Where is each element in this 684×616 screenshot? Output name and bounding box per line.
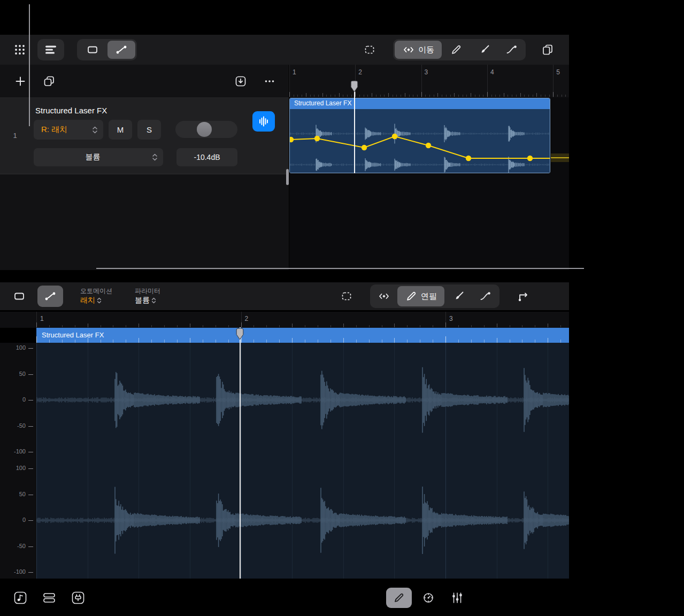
view-grid-button[interactable] [9, 39, 31, 60]
playhead-handle[interactable] [350, 80, 358, 93]
automation-point[interactable] [314, 136, 320, 141]
parameter-popup[interactable]: 파라미터 볼륨 [135, 287, 186, 307]
draw-mode-button[interactable] [386, 588, 412, 608]
top-region-header[interactable]: Structured Laser FX [290, 98, 550, 109]
ellipsis-icon [263, 75, 276, 88]
editor-region-name: Structured Laser FX [42, 331, 104, 339]
y-axis-label: 0 [4, 396, 26, 403]
ruler-tick [491, 95, 492, 97]
marquee-tool-button[interactable] [357, 39, 382, 60]
region-header-tick [343, 338, 344, 343]
track-waveform-toggle-button[interactable] [252, 111, 275, 132]
add-track-button[interactable] [11, 73, 30, 90]
y-axis-tick [28, 374, 33, 375]
y-axis-tick [28, 546, 33, 547]
ruler-tick [548, 324, 548, 327]
volume-slider-knob[interactable] [197, 122, 212, 137]
tuning-dial-button[interactable] [416, 588, 441, 608]
automation-overflow-line [551, 157, 569, 158]
copy-paste-button[interactable] [535, 39, 560, 60]
ruler-tick [343, 324, 344, 327]
editor-ruler[interactable]: 123 [0, 312, 569, 328]
pencil-icon [405, 290, 418, 303]
plugins-button[interactable] [67, 588, 89, 608]
ruler-tick [553, 92, 554, 97]
ruler-tick [475, 95, 475, 97]
editor-region-header[interactable]: Structured Laser FX [36, 328, 569, 343]
solo-button[interactable]: S [137, 120, 161, 140]
ruler-tick [139, 324, 139, 327]
editor-playhead-line[interactable] [240, 327, 241, 579]
automation-curve[interactable] [290, 109, 550, 173]
editor-playhead-handle[interactable] [236, 328, 244, 340]
brush-tool-button[interactable] [470, 41, 498, 59]
editor-brush-tool-button[interactable] [445, 286, 472, 306]
top-region[interactable]: Structured Laser FX [289, 98, 550, 173]
ruler-tick [520, 93, 521, 97]
top-ruler[interactable]: 12345 [289, 65, 569, 97]
parameter-select[interactable]: 볼륨 [34, 148, 163, 166]
playhead-line[interactable] [354, 81, 355, 173]
ruler-tick [541, 95, 541, 97]
volume-slider[interactable] [175, 121, 237, 138]
ruler-tick [433, 325, 433, 327]
ruler-tick [294, 95, 294, 97]
automation-point[interactable] [392, 134, 397, 139]
duplicate-track-button[interactable] [40, 73, 59, 90]
automation-point[interactable] [290, 137, 294, 142]
top-region-body [290, 109, 550, 173]
ruler-tick [331, 95, 331, 97]
ruler-tick [413, 95, 413, 97]
automation-mode-button[interactable]: R: 래치 [34, 120, 103, 140]
automation-points[interactable] [290, 134, 533, 161]
more-options-button[interactable] [260, 73, 279, 90]
db-value: -10.4dB [194, 153, 220, 161]
mixer-sliders-icon [450, 591, 464, 605]
ruler-tick [203, 325, 203, 327]
ruler-tick [450, 95, 451, 97]
song-sections-button[interactable] [10, 588, 31, 608]
editor-pencil-tool-button[interactable]: 연필 [397, 286, 444, 306]
automation-mode-caption: 오토메이션 [80, 287, 112, 296]
pencil-tool-button[interactable] [442, 41, 470, 59]
automation-mode-popup[interactable]: 오토메이션 래치 [80, 287, 131, 307]
editor-curve-tool-button[interactable] [472, 286, 498, 306]
automation-point[interactable] [362, 145, 367, 150]
automation-point[interactable] [527, 156, 533, 161]
editor-marquee-tool-button[interactable] [335, 285, 358, 307]
automation-point[interactable] [466, 156, 471, 161]
ruler-tick [504, 93, 504, 97]
cells-view-button[interactable] [39, 588, 60, 608]
brush-icon [452, 290, 465, 303]
regions-view-button[interactable] [79, 41, 106, 59]
automation-view-button[interactable] [107, 41, 135, 59]
ruler-tick [454, 93, 455, 97]
move-tool-button[interactable]: 이동 [395, 41, 442, 59]
curve-tool-button[interactable] [498, 41, 524, 59]
y-axis-label: 100 [4, 344, 26, 351]
automation-point[interactable] [426, 143, 431, 148]
mixer-button[interactable] [445, 588, 470, 608]
editor-regions-view-button[interactable] [7, 285, 31, 307]
editor-automation-view-button[interactable] [37, 286, 63, 307]
ruler-tick [524, 95, 525, 97]
mute-button[interactable]: M [109, 120, 132, 140]
automation-curve-icon [44, 290, 57, 303]
ruler-tick [420, 325, 420, 327]
region-header-tick [292, 338, 293, 343]
editor-move-tool-button[interactable] [372, 286, 396, 306]
ruler-tick [279, 325, 280, 327]
step-automation-button[interactable] [511, 285, 536, 307]
plug-icon [71, 591, 85, 605]
pane-resize-handle[interactable] [286, 169, 289, 185]
parameter-value-field[interactable]: -10.4dB [176, 148, 237, 166]
tracks-view-button[interactable] [37, 39, 64, 60]
ruler-tick [510, 325, 510, 327]
ruler-tick [499, 95, 500, 97]
ruler-tick [216, 325, 216, 327]
y-axis-label: 50 [4, 491, 26, 497]
ruler-tick [535, 325, 535, 327]
hide-headers-button[interactable] [231, 73, 250, 90]
chevron-updown-icon [92, 126, 98, 134]
ruler-tick [331, 325, 331, 327]
